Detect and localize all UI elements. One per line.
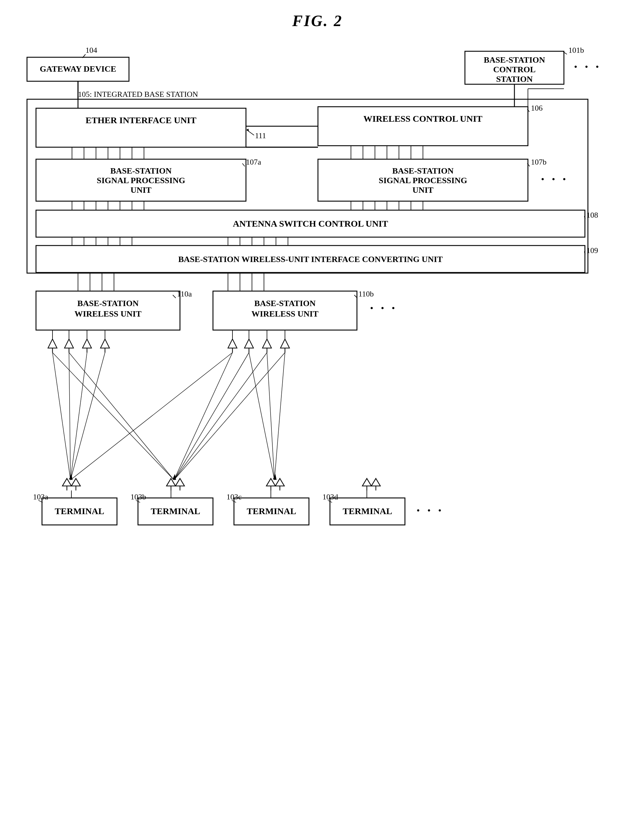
svg-marker-119 (244, 339, 253, 348)
svg-line-137 (174, 352, 249, 480)
svg-line-3 (82, 54, 86, 58)
svg-line-138 (174, 352, 267, 480)
svg-marker-107 (65, 339, 73, 348)
svg-line-35 (527, 163, 530, 166)
svg-rect-24 (36, 159, 246, 201)
svg-line-98 (173, 295, 176, 298)
svg-marker-145 (273, 474, 277, 480)
svg-rect-37 (36, 210, 585, 237)
svg-marker-146 (62, 478, 71, 486)
svg-marker-121 (263, 339, 271, 348)
svg-line-136 (174, 352, 233, 480)
svg-rect-12 (27, 99, 588, 273)
svg-marker-143 (69, 474, 73, 480)
svg-line-139 (174, 352, 285, 480)
svg-text:BASE-STATION: BASE-STATION (110, 166, 171, 175)
svg-text:・・・: ・・・ (366, 303, 398, 314)
svg-text:WIRELESS UNIT: WIRELESS UNIT (251, 309, 318, 318)
svg-text:103d: 103d (323, 493, 338, 501)
svg-text:BASE-STATION: BASE-STATION (484, 55, 545, 65)
svg-line-19 (527, 109, 529, 112)
svg-line-29 (242, 163, 245, 166)
svg-text:・・・: ・・・ (537, 174, 569, 186)
svg-text:104: 104 (86, 46, 97, 55)
svg-marker-152 (176, 478, 184, 486)
svg-rect-0 (27, 57, 129, 81)
svg-line-129 (52, 352, 70, 480)
svg-line-177 (136, 501, 140, 502)
svg-line-130 (69, 352, 70, 480)
svg-text:TERMINAL: TERMINAL (342, 506, 392, 516)
svg-line-40 (584, 216, 585, 219)
svg-rect-99 (213, 291, 357, 330)
svg-text:ANTENNA SWITCH CONTROL UNIT: ANTENNA SWITCH CONTROL UNIT (233, 218, 388, 229)
svg-text:・・・: ・・・ (570, 61, 602, 73)
svg-rect-4 (465, 51, 564, 84)
svg-line-134 (69, 352, 174, 480)
svg-rect-172 (330, 498, 405, 525)
svg-text:TERMINAL: TERMINAL (55, 506, 104, 516)
svg-text:TERMINAL: TERMINAL (247, 506, 296, 516)
svg-line-140 (249, 352, 274, 480)
svg-text:WIRELESS UNIT: WIRELESS UNIT (74, 309, 142, 318)
svg-rect-94 (36, 291, 180, 330)
svg-line-9 (563, 52, 567, 54)
svg-rect-170 (234, 498, 309, 525)
svg-line-181 (328, 501, 332, 502)
svg-text:UNIT: UNIT (412, 185, 434, 194)
svg-rect-30 (318, 159, 528, 201)
svg-text:105: INTEGRATED BASE STATION: 105: INTEGRATED BASE STATION (78, 90, 198, 99)
svg-marker-150 (166, 478, 176, 486)
svg-text:103c: 103c (226, 493, 242, 501)
svg-marker-117 (228, 339, 237, 348)
svg-marker-158 (363, 478, 371, 486)
svg-text:CONTROL: CONTROL (493, 65, 536, 74)
svg-text:110a: 110a (177, 290, 192, 298)
svg-text:TERMINAL: TERMINAL (150, 506, 200, 516)
svg-marker-156 (276, 478, 284, 486)
svg-line-131 (70, 352, 87, 480)
svg-line-21 (247, 130, 254, 135)
svg-text:107a: 107a (246, 158, 261, 166)
svg-marker-111 (100, 339, 109, 348)
page-title: FIG. 2 (0, 0, 635, 30)
svg-text:SIGNAL PROCESSING: SIGNAL PROCESSING (97, 176, 185, 185)
svg-text:UNIT: UNIT (130, 185, 152, 194)
svg-text:108: 108 (586, 211, 598, 219)
svg-rect-41 (36, 246, 585, 273)
svg-marker-22 (247, 129, 249, 132)
svg-marker-109 (82, 339, 92, 348)
svg-marker-123 (280, 339, 290, 348)
svg-rect-166 (42, 498, 117, 525)
svg-text:103b: 103b (130, 493, 146, 501)
svg-text:WIRELESS CONTROL UNIT: WIRELESS CONTROL UNIT (364, 114, 483, 123)
svg-text:111: 111 (255, 131, 266, 140)
svg-marker-160 (371, 478, 380, 486)
svg-rect-14 (36, 108, 246, 147)
svg-text:BASE-STATION: BASE-STATION (78, 298, 139, 308)
svg-line-141 (267, 352, 274, 480)
svg-text:SIGNAL PROCESSING: SIGNAL PROCESSING (379, 176, 467, 185)
svg-marker-105 (48, 339, 57, 348)
svg-text:BASE-STATION WIRELESS-UNIT INT: BASE-STATION WIRELESS-UNIT INTERFACE CON… (178, 254, 443, 264)
svg-text:106: 106 (531, 104, 543, 112)
svg-line-133 (52, 352, 174, 480)
svg-marker-144 (173, 474, 176, 480)
svg-text:ETHER INTERFACE UNIT: ETHER INTERFACE UNIT (86, 115, 196, 125)
svg-text:・・・: ・・・ (412, 505, 445, 517)
svg-marker-148 (71, 478, 81, 486)
svg-line-132 (70, 352, 105, 480)
svg-line-179 (232, 501, 236, 502)
svg-line-103 (354, 295, 357, 298)
svg-line-135 (70, 352, 233, 480)
svg-line-142 (274, 352, 285, 480)
svg-text:GATEWAY DEVICE: GATEWAY DEVICE (40, 64, 116, 73)
svg-text:103a: 103a (33, 493, 48, 501)
svg-text:STATION: STATION (496, 74, 533, 84)
svg-text:BASE-STATION: BASE-STATION (254, 298, 315, 308)
svg-line-44 (584, 251, 585, 254)
svg-rect-16 (318, 107, 528, 146)
svg-text:109: 109 (586, 246, 598, 255)
svg-text:110b: 110b (358, 290, 374, 298)
svg-line-175 (38, 501, 43, 502)
